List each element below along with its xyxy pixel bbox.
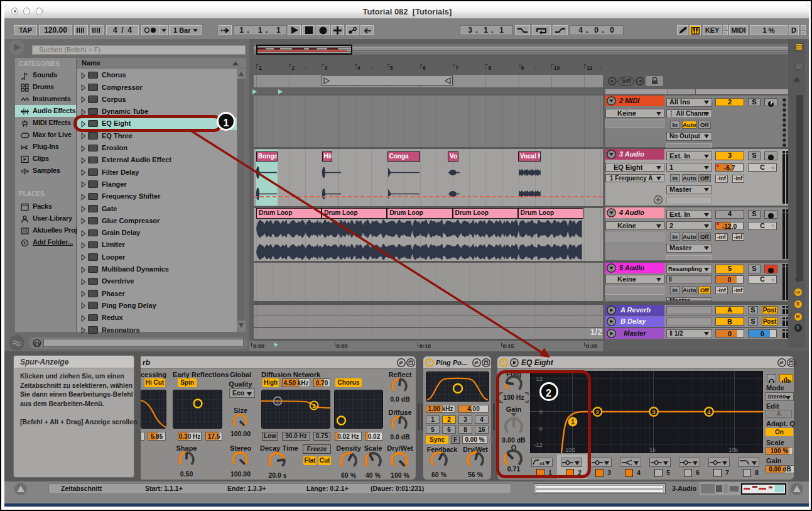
svg-text:2: 2 <box>596 409 599 415</box>
svg-text:2: 2 <box>312 403 315 409</box>
svg-text:10k: 10k <box>728 446 739 453</box>
svg-text:4: 4 <box>707 409 711 415</box>
svg-text:1: 1 <box>276 398 279 405</box>
svg-text:1k: 1k <box>649 446 656 453</box>
svg-text:3: 3 <box>652 409 655 415</box>
